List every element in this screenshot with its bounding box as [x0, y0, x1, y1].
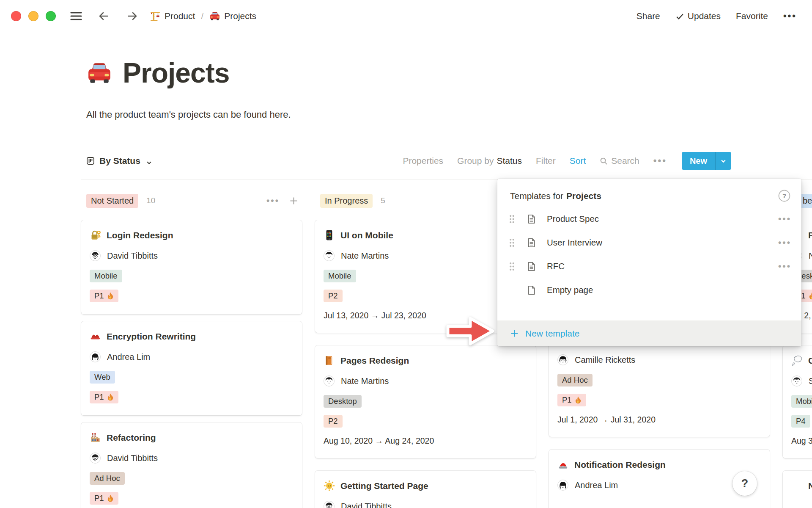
new-button-chevron-icon[interactable] [715, 152, 731, 170]
question-circle-icon[interactable]: ? [778, 190, 790, 202]
card-title: Pages Redesign [340, 356, 409, 366]
card-title: UI on Mobile [340, 230, 393, 240]
group-by-value: Status [497, 156, 522, 166]
card-title: C [808, 356, 812, 366]
priority-tag: P1 [90, 290, 118, 302]
platform-tag: Ad Hoc [90, 472, 125, 485]
breadcrumb-item-projects[interactable]: Projects [209, 11, 256, 22]
document-icon [526, 261, 537, 272]
card-title: Getting Started Page [340, 481, 428, 491]
close-window-button[interactable] [11, 11, 21, 21]
template-item-user-interview[interactable]: User Interview ••• [497, 231, 801, 254]
collection-toolbar: By Status Properties Group byStatus Filt… [86, 151, 731, 171]
traffic-lights [11, 11, 56, 21]
titlebar-actions: Share Updates Favorite ••• [636, 11, 797, 22]
card-title: N [808, 481, 812, 491]
menu-icon[interactable] [69, 8, 84, 24]
card-pages-redesign[interactable]: Pages Redesign Nate Martins Desktop P2 A… [315, 345, 536, 458]
view-switcher[interactable]: By Status [86, 156, 152, 166]
platform-tag: Mobile [324, 270, 356, 282]
new-button[interactable]: New [682, 152, 731, 170]
avatar [324, 375, 335, 387]
chevron-down-icon [146, 158, 152, 164]
card-getting-started-page[interactable]: Getting Started Page David Tibbitts [315, 471, 536, 508]
avatar [557, 354, 568, 365]
person-name: Nate Martins [341, 251, 389, 261]
template-more-icon[interactable]: ••• [778, 214, 791, 224]
updates-button[interactable]: Updates [675, 11, 721, 21]
date-range: Aug 10, 2020 → Aug 24, 2020 [324, 436, 527, 446]
priority-tag: P2 [324, 290, 343, 302]
document-icon [526, 237, 537, 248]
priority-tag: P1 [90, 492, 118, 505]
date-range: Jul 1, 2020 → Jul 31, 2020 [557, 415, 761, 425]
card-refactoring[interactable]: Refactoring David Tibbitts Ad Hoc P1 [81, 422, 302, 508]
document-icon [526, 214, 537, 224]
page-description: All the product team's projects can be f… [86, 109, 291, 120]
column-more-icon[interactable]: ••• [266, 196, 280, 206]
properties-button[interactable]: Properties [403, 156, 443, 166]
filter-button[interactable]: Filter [536, 156, 556, 166]
updates-label: Updates [688, 11, 721, 21]
help-button[interactable]: ? [732, 471, 757, 496]
drag-handle-icon[interactable] [509, 238, 515, 247]
new-template-button[interactable]: New template [497, 320, 801, 346]
card-encryption-rewriting[interactable]: Encryption Rewriting Andrea Lim Web P1 [81, 321, 302, 415]
zoom-window-button[interactable] [46, 11, 56, 21]
avatar [324, 501, 335, 508]
avatar [90, 453, 101, 464]
card-title: P [808, 230, 812, 240]
card-title: Notification Redesign [574, 460, 666, 470]
platform-tag: Mobile [90, 270, 122, 282]
minimize-window-button[interactable] [28, 11, 38, 21]
forward-arrow-icon[interactable] [124, 8, 140, 24]
card-partial-2[interactable]: C S Mobile P4 Aug 3, 2020 [783, 345, 812, 458]
page-title: Projects [123, 57, 229, 89]
card-title: Refactoring [107, 433, 156, 443]
template-item-empty-page[interactable]: Empty page [497, 278, 801, 302]
template-label: Empty page [547, 285, 593, 295]
sort-button[interactable]: Sort [570, 156, 586, 166]
rescue-helmet-icon [90, 331, 101, 342]
toolbar-more-icon[interactable]: ••• [653, 155, 667, 166]
search-button[interactable]: Search [600, 156, 639, 166]
red-car-icon[interactable] [86, 60, 112, 86]
templates-title-subject: Projects [566, 191, 601, 201]
toolbar-actions: Properties Group byStatus Filter Sort Se… [403, 152, 731, 170]
more-options-icon[interactable]: ••• [783, 11, 797, 22]
new-template-label: New template [525, 329, 579, 339]
card-login-redesign[interactable]: Login Redesign David Tibbitts Mobile P1 [81, 220, 302, 314]
status-badge: Not Started [86, 194, 138, 208]
avatar [90, 250, 101, 261]
column-add-icon[interactable] [289, 196, 299, 206]
platform-tag: Web [90, 371, 115, 384]
titlebar: Product / Projects Share Updates Favorit… [0, 0, 812, 32]
breadcrumb: Product / Projects [150, 11, 256, 22]
template-item-product-spec[interactable]: Product Spec ••• [497, 207, 801, 231]
column-count: 10 [146, 196, 155, 205]
drag-handle-icon[interactable] [509, 262, 515, 271]
svg-text:?: ? [782, 192, 786, 199]
person-name: Andrea Lim [575, 480, 618, 490]
template-more-icon[interactable]: ••• [778, 237, 791, 248]
drag-handle-icon[interactable] [509, 215, 515, 224]
person-name: N [809, 251, 812, 261]
templates-popup: Templates for Projects ? Product Spec ••… [497, 179, 801, 346]
mobile-phone-icon [324, 229, 335, 241]
back-arrow-icon[interactable] [96, 8, 112, 24]
person-name: Andrea Lim [107, 352, 150, 362]
group-by-button[interactable]: Group byStatus [457, 156, 522, 166]
favorite-button[interactable]: Favorite [736, 11, 768, 21]
template-more-icon[interactable]: ••• [778, 261, 791, 271]
card-partial-3[interactable]: N [783, 471, 812, 508]
avatar [791, 375, 802, 387]
column-count: 5 [381, 196, 385, 205]
status-badge: In Progress [320, 194, 373, 208]
breadcrumb-item-product[interactable]: Product [150, 11, 195, 22]
share-button[interactable]: Share [636, 11, 660, 21]
template-label: RFC [547, 261, 565, 271]
template-label: User Interview [547, 237, 602, 248]
templates-title-prefix: Templates for [510, 191, 563, 201]
card-title: Encryption Rewriting [107, 331, 196, 342]
template-item-rfc[interactable]: RFC ••• [497, 254, 801, 278]
